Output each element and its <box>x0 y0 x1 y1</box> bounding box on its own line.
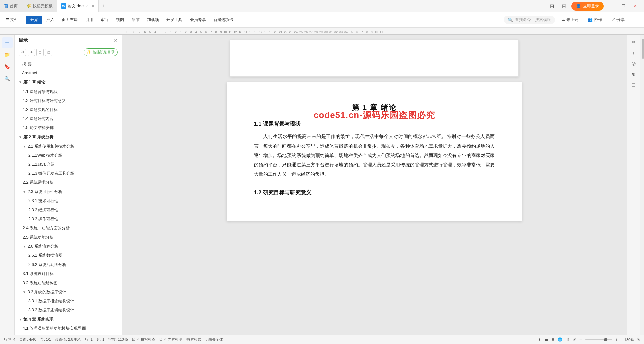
toc-item-3-3-2[interactable]: 3.3.2 数据库逻辑结构设计 <box>15 306 122 315</box>
tab-doc[interactable]: W 论文.doc ⤢ ✕ <box>57 0 99 12</box>
toc-item-1-4[interactable]: 1.4 课题研究内容 <box>15 114 122 123</box>
status-content[interactable]: ☑ ✓ 内容检测 <box>159 337 182 342</box>
close-button[interactable]: ✕ <box>631 1 640 11</box>
status-settings: 设置值: 2.8厘米 <box>55 337 80 342</box>
toc-item-2-3-1[interactable]: 2.3.1 技术可行性 <box>15 196 122 206</box>
toc-item-2-1-2[interactable]: 2.1.2Java 介绍 <box>15 160 122 169</box>
collab-button[interactable]: 👥 协作 <box>584 16 605 24</box>
toc-item-ch2[interactable]: ▼第 2 章 系统分析 <box>15 133 122 142</box>
toolbar-insert-button[interactable]: 插入 <box>43 16 58 24</box>
toc-expand-button[interactable]: □ <box>45 49 52 56</box>
fit-button[interactable]: ⤢ <box>573 337 576 342</box>
toc-item-2-6[interactable]: ▼2.6 系统流程分析 <box>15 242 122 251</box>
toolbar-member-button[interactable]: 会员专享 <box>186 16 209 24</box>
toc-item-1-2[interactable]: 1.2 研究目标与研究意义 <box>15 96 122 105</box>
list-view-button[interactable]: ☰ <box>545 337 548 342</box>
minimize-button[interactable]: ─ <box>606 1 616 11</box>
toc-item-1-3[interactable]: 1.3 课题实现的目标 <box>15 105 122 114</box>
bookmark-icon: 🔖 <box>4 64 10 69</box>
eye-button[interactable]: 👁 <box>538 338 541 342</box>
print-view-button[interactable]: 🖨 <box>566 338 570 342</box>
toc-item-1-1[interactable]: 1.1 课题背景与现状 <box>15 87 122 96</box>
toolbar-chapter-button[interactable]: 章节 <box>128 16 143 24</box>
toc-item-3-2[interactable]: 3.2 系统功能结构图 <box>15 279 122 288</box>
toc-item-ch1[interactable]: ▼第 1 章 绪论 <box>15 78 122 87</box>
toc-add-button[interactable]: ＋ <box>28 49 35 56</box>
toc-item-3-1[interactable]: 3.1 系统设计目标 <box>15 269 122 278</box>
toc-item-abstract-en[interactable]: Abstract <box>15 69 122 78</box>
file-label: 文件 <box>10 17 18 23</box>
ai-icon: ✨ <box>87 50 91 54</box>
grid-icon[interactable]: ⊟ <box>559 1 569 11</box>
toolbar-view-button[interactable]: 视图 <box>113 16 127 24</box>
toc-item-2-1-3[interactable]: 2.1.3 微信开发者工具介绍 <box>15 169 122 178</box>
cloud-button[interactable]: ☁ 未上云 <box>558 16 582 24</box>
right-add-button[interactable]: ⊕ <box>629 69 638 79</box>
toc-item-2-4[interactable]: 2.4 系统非功能方面的分析 <box>15 224 122 233</box>
files-sidebar-button[interactable]: 📁 <box>2 49 13 60</box>
document-area[interactable]: code51.cn-源码乐园盗图必究 第 1 章 绪论 1.1 课题背景与现状 … <box>122 35 627 335</box>
share-button[interactable]: ↗ 分享 <box>608 16 628 24</box>
toc-check-button[interactable]: ☑ <box>19 49 26 56</box>
toolbar-dev-button[interactable]: 开发工具 <box>163 16 186 24</box>
right-target-button[interactable]: ◎ <box>629 59 638 68</box>
vertical-scrollbar[interactable] <box>640 35 644 335</box>
toc-item-3-3[interactable]: ▼3.3 系统的数据库设计 <box>15 288 122 297</box>
toolbar-layout-button[interactable]: 页面布局 <box>58 16 81 24</box>
toolbar-start-button[interactable]: 开始 <box>26 16 42 24</box>
status-font[interactable]: ↓ 缺失字体 <box>205 337 223 342</box>
toc-item-2-2[interactable]: 2.2 系统需求分析 <box>15 178 122 187</box>
upgrade-button[interactable]: 👤 立即登录 <box>571 2 604 11</box>
search-box[interactable]: 🔍 查找命令、搜索模板 <box>504 16 555 24</box>
right-frame-button[interactable]: □ <box>629 80 638 90</box>
ai-recognize-button[interactable]: ✨ 智能识别目录 <box>84 48 118 56</box>
search-sidebar-button[interactable]: 🔍 <box>2 73 13 84</box>
file-menu-button[interactable]: ☰ 文件 <box>3 16 22 24</box>
tab-template[interactable]: 🌾 找稻壳模板 <box>22 0 57 12</box>
toc-item-2-1[interactable]: ▼2.1 系统使用相关技术分析 <box>15 142 122 151</box>
chapter-label: 章节 <box>131 17 140 22</box>
zoom-slider[interactable] <box>585 339 612 340</box>
toc-item-4-1[interactable]: 4.1 管理员权限的功能模块实现界面 <box>15 324 122 333</box>
toc-sidebar-button[interactable]: ☰ <box>2 37 13 48</box>
scroll-thumb[interactable] <box>642 39 644 59</box>
bookmark-sidebar-button[interactable]: 🔖 <box>2 61 13 72</box>
restore-button[interactable]: ❐ <box>619 1 628 11</box>
toolbar-review-button[interactable]: 审阅 <box>97 16 112 24</box>
toolbar-newtab-button[interactable]: 新建选项卡 <box>210 16 237 24</box>
toc-collapse-button[interactable]: □ <box>36 49 44 56</box>
tab-home[interactable]: 首 首页 <box>0 0 22 12</box>
tab-doc-close[interactable]: ✕ <box>91 4 94 8</box>
tab-home-label: 首页 <box>10 3 18 9</box>
page-view-button[interactable]: ⊞ <box>551 337 554 342</box>
add-tab-button[interactable]: + <box>99 1 108 11</box>
globe-button[interactable]: 🌐 <box>558 337 562 342</box>
toc-item-1-5[interactable]: 1.5 论文结构安排 <box>15 123 122 132</box>
toc-item-2-6-1[interactable]: 2.6.1 系统数据流图 <box>15 251 122 260</box>
toc-item-abstract-cn[interactable]: 摘 要 <box>15 60 122 69</box>
status-spell[interactable]: ☑ ✓ 拼写检查 <box>132 337 155 342</box>
document-page[interactable]: code51.cn-源码乐园盗图必究 第 1 章 绪论 1.1 课题背景与现状 … <box>227 82 522 221</box>
toolbar-addons-button[interactable]: 加载项 <box>144 16 162 24</box>
section-1-1-text[interactable]: 人们生活水平的提高带来的是工作的繁忙，现代生活中每个人对时间的概念都非常强。特别… <box>254 132 495 179</box>
toc-item-2-3-2[interactable]: 2.3.2 经济可行性 <box>15 206 122 215</box>
toc-item-2-3[interactable]: ▼2.3 系统可行性分析 <box>15 187 122 196</box>
more-options-button[interactable]: ⋯ <box>631 16 641 24</box>
toc-item-3-3-1[interactable]: 3.3.1 数据库概念结构设计 <box>15 297 122 306</box>
toc-item-ch4[interactable]: ▼第 4 章 系统实现 <box>15 315 122 324</box>
toolbar-reference-button[interactable]: 引用 <box>82 16 97 24</box>
zoom-out-button[interactable]: − <box>579 337 582 342</box>
doc-maximize-icon[interactable]: ⤢ <box>86 4 89 8</box>
toc-item-2-6-2[interactable]: 2.6.2 系统活动图分析 <box>15 260 122 269</box>
zoom-level[interactable]: 130% <box>622 338 634 342</box>
layout-toggle-icon[interactable]: ⊞ <box>547 1 556 11</box>
zoom-thumb[interactable] <box>604 338 607 341</box>
toc-item-2-5[interactable]: 2.5 系统功能分析 <box>15 233 122 242</box>
right-edit-button[interactable]: ✏ <box>629 37 638 47</box>
toc-close-button[interactable]: ✕ <box>114 38 118 43</box>
right-scroll-button[interactable]: ↕ <box>629 48 638 57</box>
zoom-in-button[interactable]: + <box>615 337 618 342</box>
toc-item-2-1-1[interactable]: 2.1.1Web 技术介绍 <box>15 151 122 160</box>
toc-item-2-3-3[interactable]: 2.3.3 操作可行性 <box>15 215 122 224</box>
expand-button[interactable]: ⤡ <box>637 337 640 342</box>
